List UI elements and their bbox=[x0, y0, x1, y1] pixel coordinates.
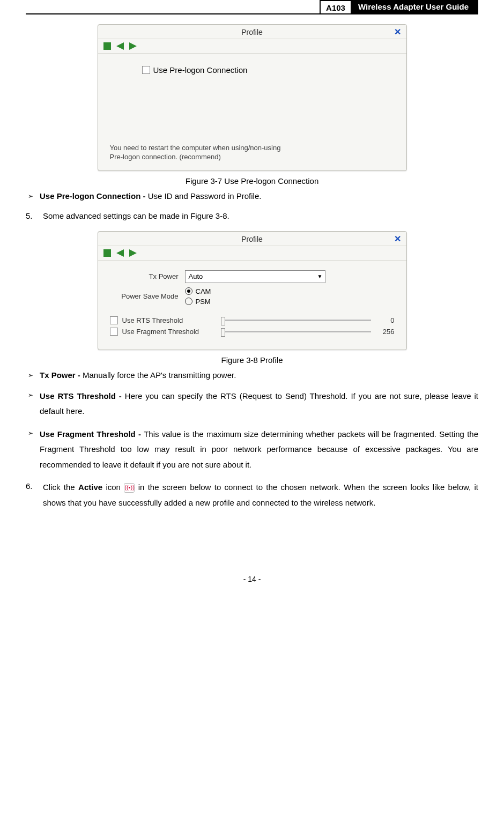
frag-checkbox[interactable] bbox=[110, 328, 118, 336]
close-icon[interactable]: ✕ bbox=[394, 234, 401, 244]
radio-psm[interactable] bbox=[185, 298, 192, 305]
rts-value: 0 bbox=[379, 316, 395, 324]
rts-slider[interactable] bbox=[221, 320, 371, 321]
panel-toolbar bbox=[98, 246, 406, 261]
bullet-icon: ➢ bbox=[28, 427, 33, 439]
figure-3-8-panel: Profile ✕ Tx Power Auto ▼ Power Save Mod… bbox=[98, 231, 407, 350]
close-icon[interactable]: ✕ bbox=[394, 27, 401, 37]
panel-toolbar bbox=[98, 39, 406, 54]
bullet-frag: Use Fragment Threshold - This value is t… bbox=[40, 427, 478, 473]
bullet-icon: ➢ bbox=[28, 369, 33, 381]
prelogon-label: Use Pre-logon Connection bbox=[153, 65, 248, 75]
figure-3-7-caption: Figure 3-7 Use Pre-logon Connection bbox=[26, 176, 478, 186]
forward-icon[interactable] bbox=[129, 249, 137, 257]
figure-3-8-caption: Figure 3-8 Profile bbox=[26, 355, 478, 365]
bullet-rts: Use RTS Threshold - Here you can specify… bbox=[40, 389, 478, 419]
stop-icon[interactable] bbox=[103, 249, 111, 257]
figure-3-7-panel: Profile ✕ Use Pre-logon Connection You n… bbox=[98, 24, 407, 171]
chevron-down-icon: ▼ bbox=[317, 273, 323, 279]
active-icon: ((•)) bbox=[124, 483, 135, 493]
prelogon-checkbox[interactable] bbox=[142, 66, 150, 74]
rts-checkbox[interactable] bbox=[110, 316, 118, 324]
panel-note: You need to restart the computer when us… bbox=[110, 143, 281, 162]
frag-label: Use Fragment Threshold bbox=[122, 328, 213, 336]
radio-psm-label: PSM bbox=[196, 298, 211, 306]
rts-label: Use RTS Threshold bbox=[122, 316, 213, 324]
bullet-icon: ➢ bbox=[28, 389, 33, 401]
doc-title: Wireless Adapter User Guide bbox=[352, 0, 478, 13]
tx-power-select[interactable]: Auto ▼ bbox=[185, 270, 325, 283]
psm-label: Power Save Mode bbox=[110, 292, 185, 300]
bullet-prelogon: Use Pre-logon Connection - Use ID and Pa… bbox=[40, 190, 478, 202]
forward-icon[interactable] bbox=[129, 42, 137, 50]
page-number: - 14 - bbox=[26, 575, 478, 583]
stop-icon[interactable] bbox=[103, 42, 111, 50]
step-6-number: 6. bbox=[26, 480, 35, 510]
frag-value: 256 bbox=[379, 328, 395, 336]
frag-slider[interactable] bbox=[221, 331, 371, 332]
panel-title: Profile bbox=[241, 28, 263, 36]
radio-cam-label: CAM bbox=[196, 287, 211, 295]
model-badge: A103 bbox=[320, 0, 352, 13]
radio-cam[interactable] bbox=[185, 287, 192, 295]
page-header: A103 Wireless Adapter User Guide bbox=[26, 0, 478, 14]
step-5-text: Some advanced settings can be made in Fi… bbox=[43, 210, 478, 222]
tx-power-label: Tx Power bbox=[110, 272, 185, 280]
bullet-tx: Tx Power - Manually force the AP's trans… bbox=[40, 369, 478, 381]
bullet-icon: ➢ bbox=[28, 190, 33, 202]
back-icon[interactable] bbox=[116, 42, 124, 50]
back-icon[interactable] bbox=[116, 249, 124, 257]
step-6-text: Click the Active icon ((•)) in the scree… bbox=[43, 480, 478, 510]
step-5-number: 5. bbox=[26, 210, 35, 222]
panel-title: Profile bbox=[241, 235, 263, 243]
